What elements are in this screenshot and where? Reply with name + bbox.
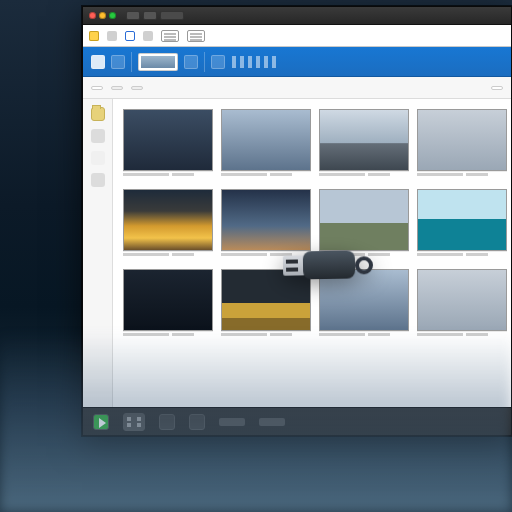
thumbnail-caption	[417, 333, 507, 341]
ribbon	[83, 47, 511, 77]
status-button[interactable]	[159, 414, 175, 430]
menu-button[interactable]	[161, 30, 179, 42]
menu-button[interactable]	[187, 30, 205, 42]
ribbon-button[interactable]	[184, 55, 198, 69]
close-icon[interactable]	[89, 12, 96, 19]
ribbon-button[interactable]	[211, 55, 225, 69]
tick-icon	[264, 56, 268, 68]
photo-3[interactable]	[319, 109, 409, 171]
titlebar[interactable]	[83, 7, 511, 25]
tick-icon	[272, 56, 276, 68]
thumbnail-caption	[123, 173, 213, 181]
usb-body-icon	[303, 250, 355, 279]
usb-plug-icon	[283, 255, 305, 275]
thumbnail-cell[interactable]	[221, 109, 311, 181]
thumbnail-caption	[123, 253, 213, 261]
titlebar-pill[interactable]	[160, 11, 184, 20]
grid-view-button[interactable]	[123, 413, 145, 431]
tick-icon	[232, 56, 236, 68]
ribbon-button[interactable]	[111, 55, 125, 69]
view-toggle[interactable]	[491, 86, 503, 90]
favorites-icon[interactable]	[91, 151, 105, 165]
window-controls	[89, 12, 116, 19]
thumbnail-caption	[123, 333, 213, 341]
menu-button[interactable]	[89, 31, 99, 41]
thumbnail-cell[interactable]	[123, 269, 213, 341]
photo-1[interactable]	[123, 109, 213, 171]
thumbnail-cell[interactable]	[123, 189, 213, 261]
thumbnail-cell[interactable]	[417, 109, 507, 181]
sidebar-item[interactable]	[91, 129, 105, 143]
thumbnail-caption	[417, 173, 507, 181]
photo-4[interactable]	[417, 109, 507, 171]
photo-9[interactable]	[123, 269, 213, 331]
titlebar-pill[interactable]	[126, 11, 140, 20]
ribbon-button[interactable]	[91, 55, 105, 69]
play-button[interactable]	[93, 414, 109, 430]
thumbnail-caption	[221, 173, 311, 181]
sidebar	[83, 99, 113, 407]
folder-icon[interactable]	[91, 107, 105, 121]
menubar	[83, 25, 511, 47]
status-label	[259, 418, 285, 426]
minimize-icon[interactable]	[99, 12, 106, 19]
usb-drive-overlay[interactable]	[283, 244, 368, 285]
tick-icon	[256, 56, 260, 68]
menu-button[interactable]	[143, 31, 153, 41]
desktop-wallpaper	[0, 0, 512, 512]
thumbnail-grid	[113, 99, 511, 347]
thumbnail-caption	[319, 333, 409, 341]
titlebar-tabs	[126, 11, 184, 20]
thumbnail-cell[interactable]	[417, 189, 507, 261]
photo-5[interactable]	[123, 189, 213, 251]
photo-7[interactable]	[319, 189, 409, 251]
sidebar-item[interactable]	[91, 173, 105, 187]
ribbon-preview-button[interactable]	[138, 53, 178, 71]
thumbnail-cell[interactable]	[417, 269, 507, 341]
ribbon-scale	[231, 56, 276, 68]
thumbnail-caption	[319, 173, 409, 181]
breadcrumb-chip[interactable]	[131, 86, 143, 90]
status-button[interactable]	[189, 414, 205, 430]
tick-icon	[248, 56, 252, 68]
thumbnail-cell[interactable]	[123, 109, 213, 181]
ribbon-separator	[204, 52, 205, 72]
photo-12[interactable]	[417, 269, 507, 331]
status-bar	[83, 407, 511, 435]
app-window	[82, 6, 512, 436]
ribbon-separator	[131, 52, 132, 72]
breadcrumb-chip[interactable]	[111, 86, 123, 90]
thumbnail-caption	[417, 253, 507, 261]
breadcrumb-chip[interactable]	[91, 86, 103, 90]
titlebar-pill[interactable]	[143, 11, 157, 20]
menu-button[interactable]	[107, 31, 117, 41]
breadcrumb-bar	[83, 77, 511, 99]
tick-icon	[240, 56, 244, 68]
menu-button[interactable]	[125, 31, 135, 41]
thumbnail-caption	[221, 333, 311, 341]
photo-8[interactable]	[417, 189, 507, 251]
thumbnail-cell[interactable]	[319, 109, 409, 181]
status-label	[219, 418, 245, 426]
photo-6[interactable]	[221, 189, 311, 251]
maximize-icon[interactable]	[109, 12, 116, 19]
photo-2[interactable]	[221, 109, 311, 171]
